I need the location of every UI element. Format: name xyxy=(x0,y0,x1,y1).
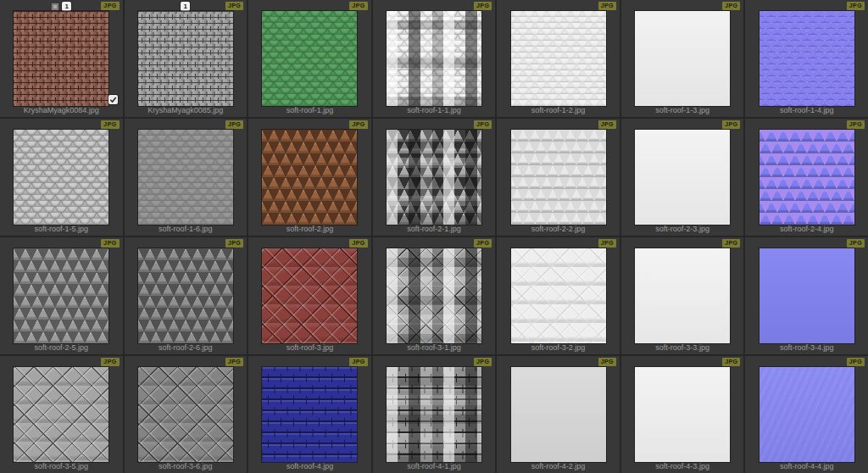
texture-thumbnail[interactable] xyxy=(387,367,481,462)
filename-label: soft-roof-4-2.jpg xyxy=(498,462,618,470)
texture-thumbnail[interactable] xyxy=(14,11,108,106)
format-badge: JPG xyxy=(598,120,616,129)
texture-cell[interactable]: JPG soft-roof-1-2.jpg xyxy=(497,0,620,117)
filename-label: soft-roof-3-3.jpg xyxy=(623,343,743,352)
texture-cell[interactable]: JPG soft-roof-3-1.jpg xyxy=(373,237,496,354)
format-badge: JPG xyxy=(474,2,492,10)
texture-cell[interactable]: JPG soft-roof-3-6.jpg xyxy=(125,356,248,473)
texture-cell[interactable]: JPG soft-roof-3-2.jpg xyxy=(497,237,620,354)
texture-thumbnail[interactable] xyxy=(262,130,357,225)
format-badge: JPG xyxy=(722,239,740,248)
texture-thumbnail[interactable] xyxy=(635,248,730,343)
filename-label: soft-roof-3-5.jpg xyxy=(2,462,121,470)
format-badge: JPG xyxy=(225,120,243,129)
filename-label: soft-roof-2.jpg xyxy=(250,225,370,233)
filename-label: soft-roof-2-4.jpg xyxy=(747,225,866,233)
texture-cell[interactable]: JPG soft-roof-2-5.jpg xyxy=(0,237,123,354)
texture-cell[interactable]: JPG soft-roof-4.jpg xyxy=(248,356,371,473)
texture-cell[interactable]: JPG soft-roof-2-3.jpg xyxy=(621,119,744,236)
filename-label: soft-roof-4-3.jpg xyxy=(623,462,743,470)
format-badge: JPG xyxy=(474,120,492,129)
filename-label: soft-roof-2-2.jpg xyxy=(498,225,618,233)
texture-cell[interactable]: JPG soft-roof-1-6.jpg xyxy=(125,119,248,236)
texture-cell[interactable]: JPG soft-roof-4-2.jpg xyxy=(497,356,620,473)
texture-cell[interactable]: JPG soft-roof-1-5.jpg xyxy=(0,119,123,236)
texture-cell[interactable]: JPG soft-roof-3.jpg xyxy=(248,237,371,354)
format-badge: JPG xyxy=(225,2,243,10)
texture-thumbnail[interactable] xyxy=(387,248,481,343)
texture-cell[interactable]: JPG soft-roof-2-2.jpg xyxy=(497,119,620,236)
format-badge: JPG xyxy=(847,358,865,366)
filename-label: soft-roof-3-6.jpg xyxy=(126,462,246,470)
texture-cell[interactable]: JPG soft-roof-2-6.jpg xyxy=(125,237,248,354)
checkbox-checked-icon[interactable] xyxy=(108,95,118,104)
texture-thumbnail[interactable] xyxy=(511,11,606,106)
filename-label: soft-roof-2-6.jpg xyxy=(126,343,246,352)
texture-thumbnail[interactable] xyxy=(138,11,233,106)
texture-cell[interactable]: JPG soft-roof-3-5.jpg xyxy=(0,356,123,473)
texture-thumbnail[interactable] xyxy=(760,248,854,343)
texture-cell[interactable]: 1 JPG KryshaMyagk0084.jpg xyxy=(0,0,123,117)
texture-cell[interactable]: JPG soft-roof-3-3.jpg xyxy=(621,237,744,354)
format-badge: JPG xyxy=(847,2,865,10)
texture-thumbnail[interactable] xyxy=(760,367,854,462)
format-badge: JPG xyxy=(101,120,119,129)
filename-label: soft-roof-2-3.jpg xyxy=(623,225,743,233)
filename-label: soft-roof-1.jpg xyxy=(250,106,370,114)
texture-thumbnail[interactable] xyxy=(635,367,730,462)
texture-thumbnail[interactable] xyxy=(138,367,233,462)
texture-cell[interactable]: JPG soft-roof-1.jpg xyxy=(248,0,371,117)
texture-cell[interactable]: JPG soft-roof-4-4.jpg xyxy=(745,356,868,473)
format-badge: JPG xyxy=(349,358,367,366)
texture-thumbnail[interactable] xyxy=(760,130,854,225)
texture-thumbnail[interactable] xyxy=(511,367,606,462)
texture-cell[interactable]: JPG soft-roof-3-4.jpg xyxy=(745,237,868,354)
texture-cell[interactable]: JPG soft-roof-4-3.jpg xyxy=(621,356,744,473)
texture-slot-icon[interactable] xyxy=(51,3,59,11)
count-badge: 1 xyxy=(62,2,71,11)
format-badge: JPG xyxy=(847,239,865,248)
count-badge: 1 xyxy=(181,2,190,11)
format-badge: JPG xyxy=(598,358,616,366)
filename-label: soft-roof-4-1.jpg xyxy=(375,462,494,470)
filename-label: soft-roof-4-4.jpg xyxy=(747,462,866,470)
filename-label: soft-roof-3-1.jpg xyxy=(375,343,494,352)
texture-thumbnail[interactable] xyxy=(138,248,233,343)
format-badge: JPG xyxy=(474,239,492,248)
texture-thumbnail[interactable] xyxy=(14,248,108,343)
texture-thumbnail[interactable] xyxy=(387,130,481,225)
texture-cell[interactable]: JPG soft-roof-2.jpg xyxy=(248,119,371,236)
texture-cell[interactable]: JPG soft-roof-2-1.jpg xyxy=(373,119,496,236)
texture-thumbnail[interactable] xyxy=(262,248,357,343)
format-badge: JPG xyxy=(598,239,616,248)
texture-thumbnail[interactable] xyxy=(138,130,233,225)
texture-thumbnail[interactable] xyxy=(635,11,730,106)
format-badge: JPG xyxy=(225,239,243,248)
texture-cell[interactable]: JPG soft-roof-1-4.jpg xyxy=(745,0,868,117)
texture-thumbnail[interactable] xyxy=(262,11,357,106)
format-badge: JPG xyxy=(101,358,119,366)
filename-label: soft-roof-1-4.jpg xyxy=(747,106,866,114)
format-badge: JPG xyxy=(722,120,740,129)
texture-thumbnail[interactable] xyxy=(511,130,606,225)
filename-label: soft-roof-3.jpg xyxy=(250,343,370,352)
filename-label: soft-roof-3-2.jpg xyxy=(498,343,618,352)
texture-thumbnail[interactable] xyxy=(511,248,606,343)
texture-cell[interactable]: JPG soft-roof-2-4.jpg xyxy=(745,119,868,236)
texture-thumbnail[interactable] xyxy=(262,367,357,462)
texture-cell[interactable]: JPG soft-roof-4-1.jpg xyxy=(373,356,496,473)
texture-thumbnail[interactable] xyxy=(14,130,108,225)
texture-thumbnail[interactable] xyxy=(635,130,730,225)
texture-cell[interactable]: 1 JPG KryshaMyagk0085.jpg xyxy=(125,0,248,117)
filename-label: soft-roof-1-1.jpg xyxy=(375,106,494,114)
format-badge: JPG xyxy=(722,358,740,366)
texture-cell[interactable]: JPG soft-roof-1-3.jpg xyxy=(621,0,744,117)
texture-thumbnail[interactable] xyxy=(760,11,854,106)
texture-thumbnail[interactable] xyxy=(387,11,481,106)
texture-cell[interactable]: JPG soft-roof-1-1.jpg xyxy=(373,0,496,117)
format-badge: JPG xyxy=(225,358,243,366)
filename-label: soft-roof-1-5.jpg xyxy=(2,225,121,233)
texture-thumbnail[interactable] xyxy=(14,367,108,462)
filename-label: soft-roof-1-3.jpg xyxy=(623,106,743,114)
filename-label: soft-roof-4.jpg xyxy=(250,462,370,470)
